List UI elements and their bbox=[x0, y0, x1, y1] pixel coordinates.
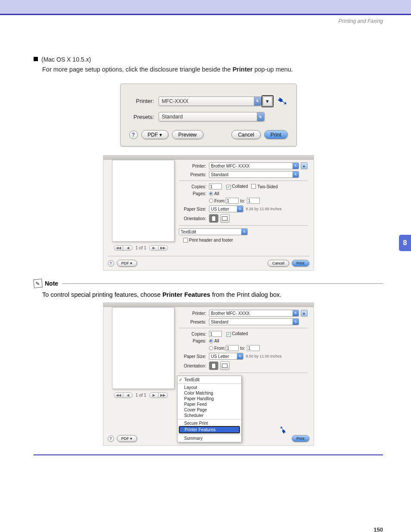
page-preview bbox=[112, 307, 174, 389]
last-page-icon[interactable]: ▶▶ bbox=[159, 245, 168, 251]
help-button[interactable]: ? bbox=[129, 131, 138, 139]
to-input[interactable] bbox=[247, 345, 260, 351]
bullet-line: (Mac OS X 10.5.x) bbox=[34, 56, 383, 63]
print-button[interactable]: Print bbox=[264, 130, 288, 139]
page-number: 150 bbox=[374, 526, 383, 532]
printer-select[interactable]: Brother MFC- XXXX⇅ bbox=[209, 310, 299, 317]
preview-next-group[interactable]: ▶▶▶ bbox=[149, 392, 168, 398]
menu-item-paper-handling[interactable]: Paper Handling bbox=[177, 396, 241, 401]
bullet-text: (Mac OS X 10.5.x) bbox=[41, 56, 91, 63]
collated-checkbox[interactable]: ✔ bbox=[226, 185, 231, 190]
printer-label: Printer: bbox=[179, 164, 209, 168]
presets-select[interactable]: Standard⇅ bbox=[159, 112, 265, 121]
instruction-text: For more page setup options, click the d… bbox=[42, 66, 383, 73]
presets-label: Presets: bbox=[179, 172, 209, 177]
landscape-button[interactable] bbox=[220, 361, 230, 370]
page-preview bbox=[112, 160, 174, 242]
last-page-icon[interactable]: ▶▶ bbox=[159, 392, 168, 398]
preview-next-group[interactable]: ▶▶▶ bbox=[149, 245, 168, 251]
presets-select[interactable]: Standard⇅ bbox=[209, 318, 299, 325]
portrait-button[interactable] bbox=[209, 361, 218, 370]
disclosure-triangle-button[interactable]: ▲ bbox=[301, 162, 308, 169]
menu-item-scheduler[interactable]: Scheduler bbox=[177, 413, 241, 418]
copies-input[interactable] bbox=[209, 331, 222, 337]
printer-select[interactable]: MFC-XXXX⇅ bbox=[159, 96, 262, 106]
two-sided-checkbox[interactable] bbox=[251, 184, 256, 189]
paper-dimensions: 8.26 by 11.69 inches bbox=[246, 207, 282, 211]
from-input[interactable] bbox=[226, 198, 239, 204]
help-button[interactable]: ? bbox=[108, 260, 114, 267]
square-bullet-icon bbox=[34, 57, 38, 61]
pdf-menu-button[interactable]: PDF ▾ bbox=[117, 435, 137, 442]
pages-label: Pages: bbox=[179, 191, 209, 196]
pages-all-radio[interactable] bbox=[209, 339, 213, 343]
paper-size-label: Paper Size: bbox=[179, 354, 209, 359]
note-rule bbox=[62, 283, 383, 284]
next-page-icon[interactable]: ▶ bbox=[149, 245, 159, 251]
next-page-icon[interactable]: ▶ bbox=[149, 392, 159, 398]
preview-prev-group[interactable]: ◀◀◀ bbox=[114, 392, 133, 398]
dropdown-arrows-icon: ⇅ bbox=[293, 319, 299, 325]
printer-label: Printer: bbox=[179, 311, 209, 316]
dropdown-arrows-icon: ⇅ bbox=[257, 112, 264, 121]
dropdown-arrows-icon: ⇅ bbox=[293, 171, 299, 177]
page-indicator: 1 of 1 bbox=[135, 393, 146, 398]
copies-input[interactable] bbox=[209, 184, 222, 190]
paper-size-select[interactable]: US Letter⇅ bbox=[209, 353, 243, 360]
disclosure-triangle-button[interactable]: ▲ bbox=[301, 310, 308, 317]
paper-size-select[interactable]: US Letter⇅ bbox=[209, 205, 243, 212]
menu-item-summary[interactable]: Summary bbox=[177, 436, 241, 441]
portrait-icon bbox=[212, 216, 216, 221]
collated-checkbox[interactable]: ✔ bbox=[226, 332, 231, 337]
presets-select[interactable]: Standard⇅ bbox=[209, 171, 299, 178]
preview-prev-group[interactable]: ◀◀◀ bbox=[114, 245, 133, 251]
chapter-tab: 8 bbox=[399, 235, 411, 251]
print-dialog-with-menu: ◀◀◀ 1 of 1 ▶▶▶ Printer:Brother MFC- XXXX… bbox=[103, 302, 314, 446]
printer-select[interactable]: Brother MFC- XXXX⇅ bbox=[209, 162, 299, 169]
menu-item-textedit[interactable]: TextEdit bbox=[177, 377, 241, 383]
copies-label: Copies: bbox=[179, 332, 209, 336]
pages-all-radio[interactable] bbox=[209, 192, 213, 196]
print-button[interactable]: Print bbox=[292, 260, 309, 267]
options-popup-menu[interactable]: TextEdit Layout Color Matching Paper Han… bbox=[177, 376, 242, 442]
menu-item-paper-feed[interactable]: Paper Feed bbox=[177, 401, 241, 407]
disclosure-triangle-button[interactable]: ▼ bbox=[263, 96, 272, 106]
to-input[interactable] bbox=[247, 198, 260, 204]
note-heading: Note bbox=[45, 280, 58, 287]
pages-range-radio[interactable] bbox=[209, 199, 213, 203]
menu-item-color-matching[interactable]: Color Matching bbox=[177, 390, 241, 396]
pdf-menu-button[interactable]: PDF ▾ bbox=[141, 130, 168, 139]
dropdown-arrows-icon: ⇅ bbox=[293, 163, 299, 169]
prev-page-icon[interactable]: ◀ bbox=[123, 245, 133, 251]
copies-label: Copies: bbox=[179, 184, 209, 189]
preview-button[interactable]: Preview bbox=[172, 130, 203, 139]
landscape-button[interactable] bbox=[220, 214, 230, 223]
orientation-label: Orientation: bbox=[179, 216, 209, 221]
dropdown-arrows-icon: ⇅ bbox=[254, 97, 261, 106]
pages-range-radio[interactable] bbox=[209, 346, 213, 350]
paper-size-label: Paper Size: bbox=[179, 207, 209, 212]
options-panel-select[interactable]: TextEdit⇅ bbox=[179, 228, 248, 235]
presets-label: Presets: bbox=[129, 114, 159, 120]
menu-item-printer-features[interactable]: Printer Features bbox=[179, 426, 240, 433]
portrait-icon bbox=[212, 363, 216, 369]
cancel-button[interactable]: Cancel bbox=[268, 260, 289, 267]
first-page-icon[interactable]: ◀◀ bbox=[114, 245, 123, 251]
first-page-icon[interactable]: ◀◀ bbox=[114, 392, 123, 398]
dropdown-arrows-icon: ⇅ bbox=[237, 206, 243, 212]
cancel-button[interactable]: Cancel bbox=[231, 130, 260, 139]
header-footer-checkbox[interactable] bbox=[183, 238, 188, 243]
pdf-menu-button[interactable]: PDF ▾ bbox=[117, 260, 137, 267]
page-content: Printing and Faxing 8 (Mac OS X 10.5.x) … bbox=[0, 15, 411, 455]
print-dialog-collapsed: Printer: MFC-XXXX⇅ ▼ ➷ Presets: Standard… bbox=[120, 84, 297, 146]
menu-item-cover-page[interactable]: Cover Page bbox=[177, 407, 241, 413]
help-button[interactable]: ? bbox=[108, 436, 114, 442]
prev-page-icon[interactable]: ◀ bbox=[123, 392, 133, 398]
menu-item-secure-print[interactable]: Secure Print bbox=[177, 420, 241, 426]
print-button[interactable]: Print bbox=[292, 435, 309, 442]
portrait-button[interactable] bbox=[209, 214, 218, 223]
menu-item-layout[interactable]: Layout bbox=[177, 385, 241, 390]
dropdown-arrows-icon: ⇅ bbox=[293, 310, 299, 316]
from-input[interactable] bbox=[226, 345, 239, 351]
dropdown-arrows-icon: ⇅ bbox=[237, 353, 243, 359]
